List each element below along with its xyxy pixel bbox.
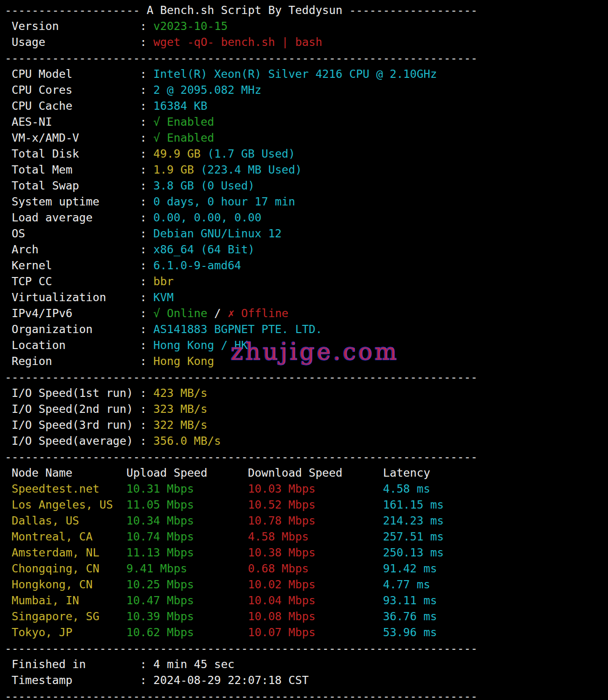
field-label: CPU Model [12,66,140,82]
separator-line: ----------------------------------------… [5,640,608,656]
field-value: 1.9 GB [153,163,194,176]
latency-cell: 250.13 ms [383,546,444,559]
field-label: TCP CC [12,273,140,289]
node-name-cell: Speedtest.net [12,481,126,496]
field-label: CPU Cores [12,82,140,98]
node-name-cell: Hongkong, CN [12,576,126,592]
row-cpu-cache: CPU Cache:16384 KB [5,98,608,114]
col-header-node: Node Name [12,465,126,481]
field-value: Intel(R) Xeon(R) Silver 4216 CPU @ 2.10G… [153,67,437,80]
colon: : [140,353,153,369]
field-value: (1.7 GB Used) [201,147,295,160]
field-label: Total Swap [12,177,140,193]
col-header-upload: Upload Speed [126,465,248,481]
io-speed-value: 323 MB/s [153,402,208,415]
separator-line: ----------------------------------------… [5,50,608,66]
field-label: Kernel [12,257,140,273]
col-header-latency: Latency [383,466,430,479]
row-total-swap: Total Swap:3.8 GB (0 Used) [5,177,608,193]
speedtest-row: Tokyo, JP10.62 Mbps10.07 Mbps53.96 ms [5,624,608,640]
status-divider: / [208,306,228,320]
colon: : [140,273,153,289]
row-virtualization: Virtualization:KVM [5,289,608,305]
field-label: I/O Speed(average) [12,433,140,449]
field-value: Debian GNU/Linux 12 [153,227,282,240]
row-arch: Arch:x86_64 (64 Bit) [5,241,608,257]
field-label: AES-NI [12,114,140,130]
colon: : [140,18,153,34]
row-usage: Usage:wget -qO- bench.sh | bash [5,34,608,50]
latency-cell: 257.51 ms [383,530,444,543]
node-name-cell: Mumbai, IN [12,592,126,608]
field-label: Version [12,18,140,34]
field-label: Finished in [12,656,140,672]
node-name-cell: Chongqing, CN [12,560,126,576]
node-name-cell: Amsterdam, NL [12,544,126,560]
row-organization: Organization:AS141883 BGPNET PTE. LTD. [5,321,608,337]
latency-cell: 93.11 ms [383,594,437,607]
download-cell: 10.04 Mbps [248,592,383,608]
colon: : [140,114,153,130]
colon: : [140,337,153,353]
speedtest-row: Chongqing, CN9.41 Mbps0.68 Mbps91.42 ms [5,560,608,576]
row-timestamp: Timestamp:2024-08-29 22:07:18 CST [5,672,608,688]
row-uptime: System uptime:0 days, 0 hour 17 min [5,193,608,209]
node-name-cell: Dallas, US [12,512,126,528]
finished-value: 4 min 45 sec [153,657,235,671]
speedtest-header: Node NameUpload SpeedDownload SpeedLaten… [5,465,608,481]
field-value: √ Enabled [153,131,214,144]
upload-cell: 11.13 Mbps [126,544,248,560]
row-total-disk: Total Disk:49.9 GB (1.7 GB Used) [5,146,608,161]
row-load-average: Load average:0.00, 0.00, 0.00 [5,209,608,225]
field-label: Arch [12,241,140,257]
field-value: 2 @ 2095.082 MHz [153,83,261,96]
row-cpu-cores: CPU Cores:2 @ 2095.082 MHz [5,82,608,98]
separator-line: ----------------------------------------… [5,369,608,385]
colon: : [140,161,153,177]
node-name-cell: Tokyo, JP [12,624,126,640]
field-label: I/O Speed(2nd run) [12,401,140,417]
field-label: IPv4/IPv6 [12,305,140,321]
download-cell: 10.03 Mbps [248,481,383,496]
colon: : [140,672,153,688]
colon: : [140,177,153,193]
download-cell: 10.08 Mbps [248,608,383,624]
field-label: Usage [12,34,140,50]
download-cell: 10.38 Mbps [248,544,383,560]
field-value: 49.9 GB [153,147,201,160]
field-label: OS [12,225,140,241]
field-value: Hong Kong [153,354,214,367]
colon: : [140,225,153,241]
field-value: x86_64 (64 Bit) [153,243,254,256]
field-value: 6.1.0-9-amd64 [153,259,241,272]
row-os: OS:Debian GNU/Linux 12 [5,225,608,241]
speedtest-row: Montreal, CA10.74 Mbps4.58 Mbps257.51 ms [5,528,608,544]
download-cell: 10.02 Mbps [248,576,383,592]
title-line: -------------------- A Bench.sh Script B… [5,2,608,18]
upload-cell: 11.05 Mbps [126,496,248,512]
download-cell: 4.58 Mbps [248,528,383,544]
node-name-cell: Singapore, SG [12,608,126,624]
upload-cell: 10.47 Mbps [126,592,248,608]
colon: : [140,417,153,433]
colon: : [140,305,153,321]
field-label: VM-x/AMD-V [12,130,140,146]
row-aes-ni: AES-NI:√ Enabled [5,114,608,130]
field-label: Total Disk [12,146,140,161]
row-finished-in: Finished in:4 min 45 sec [5,656,608,672]
field-label: CPU Cache [12,98,140,114]
ipv4-status: √ Online [153,306,208,320]
speedtest-row: Speedtest.net10.31 Mbps10.03 Mbps4.58 ms [5,481,608,496]
row-ipv4-ipv6: IPv4/IPv6:√ Online / ✗ Offline [5,305,608,321]
io-speed-value: 356.0 MB/s [153,434,221,447]
field-label: Location [12,337,140,353]
download-cell: 10.78 Mbps [248,512,383,528]
colon: : [140,146,153,161]
colon: : [140,98,153,114]
node-name-cell: Los Angeles, US [12,496,126,512]
speedtest-row: Singapore, SG10.39 Mbps10.08 Mbps36.76 m… [5,608,608,624]
latency-cell: 214.23 ms [383,514,444,527]
field-value: 0.00, 0.00, 0.00 [153,211,261,224]
colon: : [140,656,153,672]
row-vmx-amdv: VM-x/AMD-V:√ Enabled [5,130,608,146]
